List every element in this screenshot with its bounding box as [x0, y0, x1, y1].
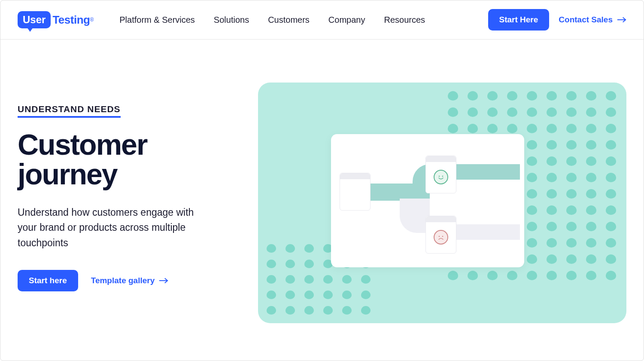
decorative-dot	[606, 107, 616, 117]
decorative-dot	[342, 306, 352, 315]
decorative-dot	[448, 271, 458, 280]
decorative-dot	[586, 271, 596, 280]
decorative-dot	[468, 107, 478, 117]
decorative-dot	[586, 107, 596, 117]
decorative-dot	[547, 238, 557, 248]
decorative-dot	[286, 291, 295, 299]
decorative-dot	[547, 156, 557, 166]
decorative-dot	[586, 173, 596, 182]
decorative-dot	[606, 238, 616, 248]
decorative-dot	[566, 205, 577, 215]
decorative-dot	[527, 91, 537, 101]
decorative-dot	[527, 222, 537, 231]
decorative-dot	[547, 271, 557, 280]
svg-point-3	[442, 176, 444, 177]
decorative-dot	[267, 291, 276, 299]
brand-word: Testing	[52, 13, 90, 27]
decorative-dot	[527, 205, 537, 215]
decorative-dot	[606, 173, 616, 182]
nav-resources[interactable]: Resources	[384, 15, 425, 25]
decorative-dot	[487, 91, 498, 101]
decorative-dot	[566, 254, 577, 264]
decorative-dot	[586, 189, 596, 199]
decorative-dot	[304, 275, 314, 284]
decorative-dot	[468, 271, 478, 280]
decorative-dot	[566, 173, 577, 182]
decorative-dot	[586, 140, 596, 150]
flow-bar-teal	[456, 164, 520, 180]
contact-sales-link[interactable]: Contact Sales	[559, 15, 626, 24]
brand-logo[interactable]: User Testing ®	[18, 11, 94, 28]
decorative-dot	[286, 275, 295, 284]
nav-platform-services[interactable]: Platform & Services	[119, 15, 195, 25]
journey-step-start	[340, 173, 371, 211]
decorative-dot	[507, 107, 517, 117]
decorative-dot	[304, 260, 314, 268]
start-here-button[interactable]: Start Here	[488, 9, 550, 31]
decorative-dot	[361, 306, 371, 315]
hero-actions: Start here Template gallery	[18, 270, 241, 291]
decorative-dot	[487, 124, 498, 133]
flow-bar-grey	[456, 224, 520, 240]
journey-step-sad	[425, 216, 456, 254]
decorative-dot	[566, 107, 577, 117]
decorative-dot	[547, 140, 557, 150]
decorative-dot	[361, 291, 371, 299]
decorative-dot	[468, 91, 478, 101]
template-gallery-link[interactable]: Template gallery	[91, 276, 169, 285]
decorative-dot	[323, 306, 333, 315]
decorative-dot	[507, 91, 517, 101]
decorative-dot	[566, 156, 577, 166]
nav-customers[interactable]: Customers	[268, 15, 310, 25]
decorative-dot	[342, 291, 352, 299]
nav-solutions[interactable]: Solutions	[214, 15, 249, 25]
hero-start-button[interactable]: Start here	[18, 270, 78, 291]
decorative-dot	[267, 244, 276, 253]
hero-visual	[258, 83, 626, 323]
decorative-dot	[566, 124, 577, 133]
decorative-dot	[527, 156, 537, 166]
decorative-dot	[566, 238, 577, 248]
svg-point-5	[442, 236, 444, 237]
decorative-dot	[448, 107, 458, 117]
decorative-dot	[606, 91, 616, 101]
hero-visual-bg	[258, 83, 626, 323]
hero-section: UNDERSTAND NEEDS Customer journey Unders…	[0, 40, 644, 340]
decorative-dot	[527, 173, 537, 182]
decorative-dot	[586, 156, 596, 166]
decorative-dot	[566, 91, 577, 101]
decorative-dot	[286, 306, 295, 315]
decorative-dot	[527, 107, 537, 117]
hero-copy: UNDERSTAND NEEDS Customer journey Unders…	[18, 83, 241, 323]
svg-point-2	[439, 176, 440, 177]
decorative-dot	[606, 156, 616, 166]
happy-face-icon	[434, 170, 448, 184]
decorative-dot	[606, 222, 616, 231]
arrow-right-icon	[617, 17, 626, 23]
decorative-dot	[507, 271, 517, 280]
decorative-dot	[304, 306, 314, 315]
decorative-dot	[448, 124, 458, 133]
journey-step-happy	[425, 156, 456, 193]
decorative-dot	[304, 244, 314, 253]
decorative-dot	[527, 238, 537, 248]
decorative-dot	[507, 124, 517, 133]
decorative-dot	[586, 222, 596, 231]
decorative-dot	[547, 124, 557, 133]
hero-subhead: Understand how customers engage with you…	[18, 205, 215, 251]
decorative-dot	[527, 254, 537, 264]
nav-company[interactable]: Company	[328, 15, 365, 25]
decorative-dot	[547, 254, 557, 264]
decorative-dot	[586, 254, 596, 264]
journey-card	[331, 134, 524, 267]
decorative-dot	[487, 107, 498, 117]
decorative-dot	[586, 205, 596, 215]
decorative-dot	[323, 291, 333, 299]
svg-point-4	[439, 236, 440, 237]
decorative-dot	[267, 260, 276, 268]
decorative-dot	[527, 271, 537, 280]
decorative-dot	[606, 189, 616, 199]
decorative-dot	[448, 91, 458, 101]
decorative-dot	[547, 205, 557, 215]
decorative-dot	[606, 124, 616, 133]
